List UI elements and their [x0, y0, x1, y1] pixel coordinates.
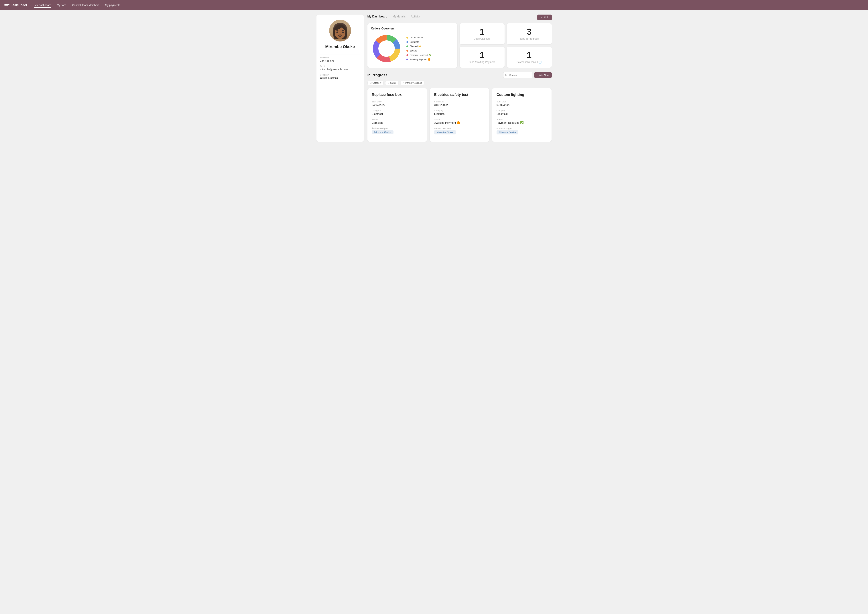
legend-item-awaiting-payment: Awaiting Payment 🟠: [406, 58, 431, 61]
legend-label-payment-received: Payment Received ✅: [410, 54, 431, 56]
job-category-value-1: Electrical: [434, 112, 485, 115]
job-start-date-value-0: 04/04/2022: [372, 103, 423, 106]
stat-number-jobs-awaiting-payment: 1: [480, 51, 485, 59]
chart-card: Orders Overview: [367, 23, 457, 68]
job-start-date-field-2: Start Date 07/02/2022: [496, 101, 548, 106]
stat-label-payment-received: Payment Received 🧾: [516, 60, 542, 64]
filter-label-status: Status: [390, 82, 397, 84]
job-status-field-2: Status Payment Received ✅: [496, 118, 548, 124]
tab-activity[interactable]: Activity: [411, 15, 420, 20]
legend-item-tender: Out for tender: [406, 36, 431, 39]
brand: TaskFinder: [5, 3, 27, 7]
filter-pill-partner[interactable]: Partner Assigned: [400, 81, 424, 85]
job-category-field-0: Category Electrical: [372, 109, 423, 115]
nav-item-dashboard[interactable]: My Dashboard: [34, 3, 51, 7]
job-status-value-1: Awaiting Payment 🟠: [434, 121, 485, 124]
page-container: Mirembe Okeke Telephone 234-456-678 Emai…: [312, 10, 556, 146]
tab-my-dashboard[interactable]: My Dashboard: [367, 15, 387, 20]
nav-item-contact[interactable]: Contact Team Members: [72, 3, 99, 7]
search-input[interactable]: [503, 72, 532, 78]
filter-label-partner: Partner Assigned: [405, 82, 422, 84]
avatar: [329, 20, 351, 42]
job-status-label-2: Status: [496, 118, 548, 121]
filter-row: Category Status Partner Assigned: [367, 81, 552, 85]
job-category-label-2: Category: [496, 109, 548, 112]
legend-item-claimed: Claimed 🤝: [406, 45, 431, 48]
legend-dot-payment-received: [406, 54, 408, 56]
job-start-date-label-2: Start Date: [496, 101, 548, 103]
job-title-0: Replace fuse box: [372, 93, 423, 97]
legend-item-complete: Complete: [406, 41, 431, 43]
search-add-row: + Add New: [503, 72, 552, 78]
job-card-1: Electrics safety test Start Date 31/01/2…: [430, 88, 489, 142]
legend-dot-tender: [406, 37, 408, 39]
telephone-field: Telephone 234-456-678: [320, 57, 360, 62]
job-partner-badge-1: Mirembe Okeke: [434, 130, 456, 135]
job-partner-label-0: Partner Assigned: [372, 127, 423, 130]
nav-item-payments[interactable]: My payments: [105, 3, 120, 7]
sidebar: Mirembe Okeke Telephone 234-456-678 Emai…: [316, 14, 364, 142]
job-partner-label-1: Partner Assigned: [434, 127, 485, 130]
brand-name: TaskFinder: [11, 3, 27, 7]
legend-item-booked: Booked: [406, 50, 431, 52]
job-start-date-label-1: Start Date: [434, 101, 485, 103]
job-status-label-1: Status: [434, 118, 485, 121]
avatar-face: [329, 20, 351, 42]
stat-card-jobs-awaiting-payment: 1 Jobs Awaiting Payment: [460, 47, 504, 68]
nav-link-payments[interactable]: My payments: [105, 4, 120, 7]
job-category-label-0: Category: [372, 109, 423, 112]
nav-list: My Dashboard My Jobs Contact Team Member…: [34, 3, 120, 7]
job-partner-badge-2: Mirembe Okeke: [496, 130, 518, 135]
telephone-value: 234-456-678: [320, 59, 360, 62]
filter-icon-partner: [403, 82, 404, 84]
stat-label-jobs-awaiting-payment: Jobs Awaiting Payment: [469, 60, 495, 64]
job-status-value-0: Complete: [372, 121, 423, 124]
company-value: Okeke Electrics: [320, 76, 360, 79]
add-new-button[interactable]: + Add New: [534, 72, 552, 78]
job-title-2: Custom lighting: [496, 93, 548, 97]
main-content: My Dashboard My details Activity Edit: [367, 14, 552, 142]
email-field: Email mirembe@example.com: [320, 65, 360, 71]
navigation: TaskFinder My Dashboard My Jobs Contact …: [0, 0, 868, 10]
nav-link-dashboard[interactable]: My Dashboard: [34, 4, 51, 8]
job-status-label-0: Status: [372, 118, 423, 121]
job-category-label-1: Category: [434, 109, 485, 112]
nav-item-jobs[interactable]: My Jobs: [57, 3, 66, 7]
job-start-date-value-1: 31/01/2022: [434, 103, 485, 106]
job-category-field-2: Category Electrical: [496, 109, 548, 115]
job-start-date-value-2: 07/02/2022: [496, 103, 548, 106]
tabs-list: My Dashboard My details Activity: [367, 15, 420, 20]
add-new-label: + Add New: [537, 74, 549, 76]
overview-grid: Orders Overview: [367, 23, 552, 68]
email-value: mirembe@example.com: [320, 68, 360, 71]
edit-button[interactable]: Edit: [537, 14, 552, 20]
tab-my-details[interactable]: My details: [393, 15, 406, 20]
nav-link-contact[interactable]: Contact Team Members: [72, 4, 99, 7]
svg-point-12: [403, 82, 404, 83]
nav-link-jobs[interactable]: My Jobs: [57, 4, 66, 7]
stat-card-payment-received: 1 Payment Received 🧾: [507, 47, 552, 68]
tabs-header: My Dashboard My details Activity Edit: [367, 14, 552, 20]
search-icon: [505, 74, 508, 76]
filter-pill-category[interactable]: Category: [367, 81, 384, 85]
filter-icon-category: [370, 82, 372, 84]
job-partner-badge-0: Mirembe Okeke: [372, 130, 394, 134]
svg-point-9: [370, 83, 371, 83]
user-name: Mirembe Okeke: [325, 44, 355, 49]
job-partner-label-2: Partner Assigned: [496, 127, 548, 130]
filter-icon-status: [387, 82, 389, 84]
company-label: Company: [320, 74, 360, 76]
email-label: Email: [320, 65, 360, 67]
donut-chart: [371, 33, 402, 64]
brand-icon: [5, 3, 9, 7]
job-card-2: Custom lighting Start Date 07/02/2022 Ca…: [492, 88, 552, 142]
job-partner-field-0: Partner Assigned Mirembe Okeke: [372, 127, 423, 134]
filter-pill-status[interactable]: Status: [385, 81, 399, 85]
stat-number-payment-received: 1: [527, 51, 532, 59]
legend-label-awaiting-payment: Awaiting Payment 🟠: [410, 58, 431, 61]
job-partner-field-1: Partner Assigned Mirembe Okeke: [434, 127, 485, 135]
telephone-label: Telephone: [320, 57, 360, 59]
chart-title: Orders Overview: [371, 27, 454, 30]
legend-label-claimed: Claimed 🤝: [410, 45, 421, 48]
job-title-1: Electrics safety test: [434, 93, 485, 97]
